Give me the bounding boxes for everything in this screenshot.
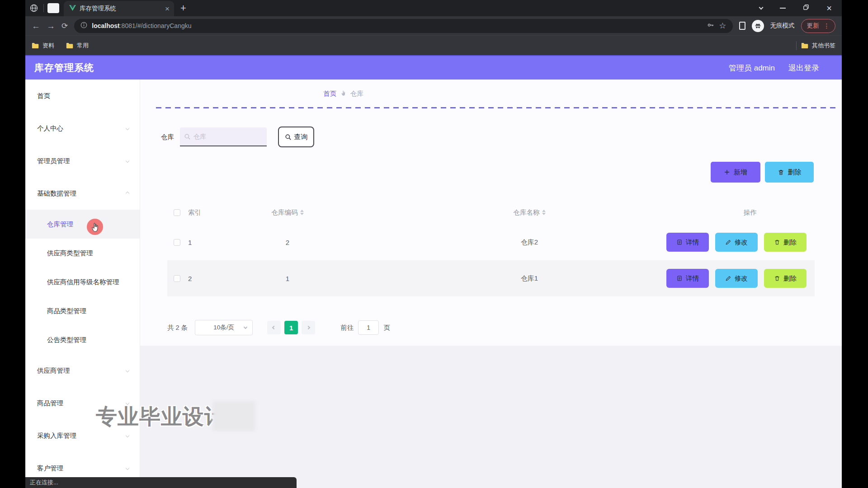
sidebar-item[interactable]: 管理员管理 bbox=[25, 145, 140, 177]
update-label: 更新 bbox=[807, 22, 819, 30]
tab-favicon-chip[interactable] bbox=[47, 3, 59, 13]
document-icon bbox=[676, 275, 683, 282]
sidebar-item-label: 基础数据管理 bbox=[37, 189, 76, 198]
column-header-index: 索引 bbox=[188, 208, 238, 217]
window-restore-button[interactable] bbox=[803, 4, 809, 12]
prev-page-button[interactable] bbox=[267, 321, 281, 334]
breadcrumb-home-link[interactable]: 首页 bbox=[323, 89, 336, 98]
sort-carets-icon[interactable] bbox=[300, 210, 304, 215]
goto-unit: 页 bbox=[383, 324, 390, 332]
search-input[interactable] bbox=[180, 127, 267, 145]
add-button[interactable]: 新增 bbox=[711, 162, 760, 183]
trash-icon bbox=[778, 169, 784, 176]
forward-button[interactable]: → bbox=[47, 22, 55, 30]
cell-name: 仓库2 bbox=[521, 238, 538, 247]
window-close-button[interactable]: × bbox=[826, 4, 832, 13]
sidebar-item-label: 仓库管理 bbox=[47, 220, 73, 229]
sidebar-item[interactable]: 个人中心 bbox=[25, 112, 140, 145]
app-title: 库存管理系统 bbox=[34, 61, 94, 74]
current-page[interactable]: 1 bbox=[284, 321, 298, 334]
next-page-button[interactable] bbox=[302, 321, 315, 334]
sidebar-item[interactable]: 基础数据管理 bbox=[25, 177, 140, 210]
url-host: localhost bbox=[92, 22, 119, 29]
back-button[interactable]: ← bbox=[32, 22, 40, 30]
address-bar[interactable]: localhost:8081/#/dictionaryCangku ☆ bbox=[74, 19, 732, 33]
sidebar-item[interactable]: 首页 bbox=[25, 80, 140, 112]
active-tab[interactable]: 库存管理系统 × bbox=[64, 1, 174, 16]
cell-code: 2 bbox=[286, 239, 289, 246]
browser-menu-icon[interactable]: ⋮ bbox=[824, 22, 830, 29]
query-button[interactable]: 查询 bbox=[278, 127, 314, 147]
sort-carets-icon[interactable] bbox=[542, 210, 546, 215]
row-delete-button[interactable]: 删除 bbox=[764, 233, 807, 252]
detail-button[interactable]: 详情 bbox=[666, 269, 709, 288]
sidebar-item[interactable]: 商品类型管理 bbox=[25, 296, 140, 325]
sidebar-item-label: 个人中心 bbox=[37, 124, 63, 133]
site-info-icon[interactable] bbox=[80, 22, 87, 30]
pen-icon bbox=[725, 275, 731, 282]
cell-name: 仓库1 bbox=[521, 274, 538, 283]
delete-button-label: 删除 bbox=[788, 168, 802, 177]
blurred-patch bbox=[212, 401, 255, 431]
cell-code: 1 bbox=[286, 275, 289, 282]
row-delete-button[interactable]: 删除 bbox=[764, 269, 807, 288]
bookmark-label: 常用 bbox=[77, 42, 89, 50]
chevron-down-icon bbox=[126, 434, 129, 437]
other-bookmarks-label: 其他书签 bbox=[812, 42, 835, 50]
url-path: :8081/#/dictionaryCangku bbox=[120, 22, 192, 29]
trash-icon bbox=[774, 275, 780, 282]
current-user: 管理员 admin bbox=[729, 63, 775, 73]
bookmark-folder[interactable]: 资料 bbox=[32, 42, 54, 50]
tab-close-icon[interactable]: × bbox=[165, 5, 170, 13]
bookmark-star-icon[interactable]: ☆ bbox=[719, 22, 726, 30]
side-panel-icon[interactable] bbox=[739, 22, 745, 30]
table-body: 12仓库2详情修改删除21仓库1详情修改删除 bbox=[167, 224, 815, 296]
add-button-label: 新增 bbox=[734, 168, 747, 177]
sidebar-item[interactable]: 供应商信用等级名称管理 bbox=[25, 267, 140, 296]
incognito-icon bbox=[752, 20, 764, 32]
table-row: 21仓库1详情修改删除 bbox=[167, 260, 815, 296]
other-bookmarks[interactable]: 其他书签 bbox=[801, 42, 835, 50]
row-checkbox[interactable] bbox=[174, 275, 180, 282]
data-table: 索引 仓库编码 仓库名称 操作 12仓库2详情修改删除21仓库1详情修 bbox=[167, 201, 815, 296]
row-checkbox[interactable] bbox=[174, 239, 180, 246]
sidebar-item[interactable]: 供应商管理 bbox=[25, 354, 140, 387]
password-key-icon[interactable] bbox=[707, 21, 714, 31]
cell-index: 2 bbox=[188, 275, 238, 282]
search-box bbox=[180, 127, 267, 146]
bookmark-label: 资料 bbox=[42, 42, 54, 50]
search-field-label: 仓库 bbox=[161, 133, 174, 141]
sidebar-item-label: 采购入库管理 bbox=[37, 432, 76, 440]
sidebar-item[interactable]: 仓库管理 bbox=[25, 210, 140, 239]
sidebar-item[interactable]: 供应商类型管理 bbox=[25, 239, 140, 267]
sidebar-item-label: 供应商管理 bbox=[37, 366, 70, 375]
bookmark-folder[interactable]: 常用 bbox=[66, 42, 89, 50]
edit-button[interactable]: 修改 bbox=[715, 269, 758, 288]
chevron-down-icon bbox=[126, 369, 129, 372]
trash-icon bbox=[774, 239, 780, 245]
folder-icon bbox=[66, 42, 74, 49]
select-all-checkbox[interactable] bbox=[174, 209, 180, 216]
column-header-name[interactable]: 仓库名称 bbox=[514, 208, 546, 217]
pagination: 共 2 条 10条/页 1 前往 页 bbox=[167, 320, 842, 335]
table-row: 12仓库2详情修改删除 bbox=[167, 224, 815, 260]
sidebar-item[interactable]: 公告类型管理 bbox=[25, 325, 140, 354]
bookmarks-separator bbox=[796, 41, 797, 50]
sidebar-item-label: 管理员管理 bbox=[37, 157, 70, 165]
column-header-code[interactable]: 仓库编码 bbox=[272, 208, 304, 217]
page-size-select[interactable]: 10条/页 bbox=[195, 320, 253, 335]
detail-button[interactable]: 详情 bbox=[666, 233, 709, 252]
chevron-down-icon bbox=[126, 127, 129, 130]
globe-icon[interactable] bbox=[28, 2, 40, 14]
new-tab-button[interactable]: + bbox=[180, 3, 186, 13]
logout-link[interactable]: 退出登录 bbox=[788, 63, 819, 73]
window-minimize-button[interactable] bbox=[780, 8, 786, 9]
query-button-label: 查询 bbox=[294, 133, 308, 141]
update-chip[interactable]: 更新 ⋮ bbox=[801, 19, 836, 33]
window-menu-chevron-icon[interactable] bbox=[759, 5, 764, 9]
search-icon bbox=[285, 134, 292, 141]
reload-button[interactable]: ⟳ bbox=[61, 22, 68, 30]
edit-button[interactable]: 修改 bbox=[715, 233, 758, 252]
goto-page-input[interactable] bbox=[358, 320, 379, 335]
batch-delete-button[interactable]: 删除 bbox=[765, 162, 814, 183]
